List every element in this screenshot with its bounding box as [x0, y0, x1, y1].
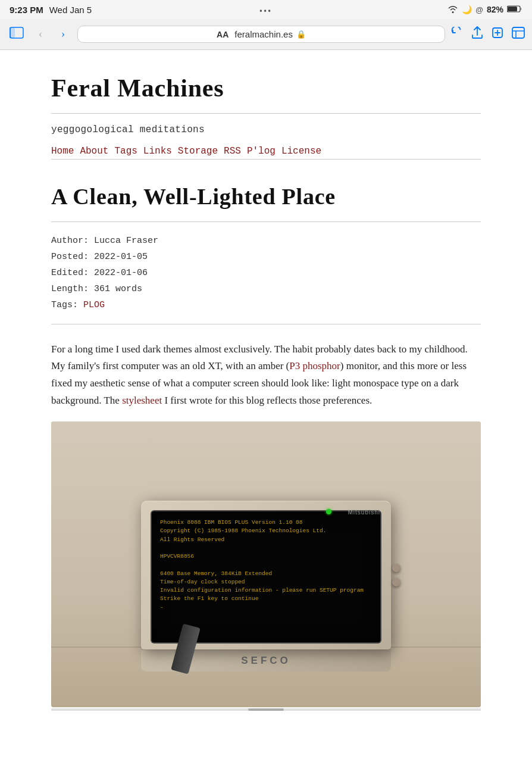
title-divider: [51, 113, 481, 114]
nav-rss[interactable]: RSS: [224, 146, 241, 157]
author-value: Lucca Fraser: [94, 236, 158, 246]
back-button[interactable]: ‹: [32, 28, 49, 40]
post-title-divider: [51, 221, 481, 222]
nav-plog[interactable]: P'log: [247, 146, 276, 157]
monitor-knob-2: [392, 578, 400, 586]
post-title: A Clean, Well-Lighted Place: [51, 183, 481, 211]
post-body: For a long time I used dark themes almos…: [51, 341, 481, 410]
post-posted: Posted: 2022-01-05: [51, 249, 481, 265]
status-time: 9:23 PM: [10, 5, 43, 15]
tabs-button[interactable]: [512, 27, 525, 42]
post-tags: Tags: PLOG: [51, 297, 481, 313]
body-text-end: I first wrote for this blog reflects tho…: [162, 395, 372, 406]
post-length: Length: 361 words: [51, 281, 481, 297]
nav-storage[interactable]: Storage: [178, 146, 218, 157]
location-icon: @: [475, 5, 483, 14]
post-image: Mitsubishi Phoenix 8088 IBM BIOS PLUS Ve…: [51, 421, 481, 707]
power-indicator: [326, 509, 331, 514]
aa-button[interactable]: AA: [217, 30, 229, 39]
share-button[interactable]: [471, 26, 483, 42]
url-text: feralmachin.es: [234, 29, 293, 39]
tags-label: Tags:: [51, 300, 78, 310]
browser-action-buttons: [451, 26, 525, 42]
sefco-label: SEFCO: [241, 655, 291, 666]
author-label: Author:: [51, 236, 89, 246]
sidebar-button[interactable]: [7, 27, 26, 42]
monitor-knob-1: [392, 564, 400, 572]
lock-icon: 🔒: [296, 30, 306, 39]
battery-icon: [507, 5, 522, 15]
length-value: 361 words: [94, 284, 142, 294]
reload-button[interactable]: [451, 27, 463, 42]
svg-rect-1: [508, 7, 517, 11]
page-content: Feral Machines yeggogological meditation…: [37, 50, 495, 747]
new-tab-button[interactable]: [492, 27, 503, 42]
forward-button[interactable]: ›: [55, 28, 71, 40]
edited-value: 2022-01-06: [94, 268, 148, 278]
scroll-thumb: [248, 708, 284, 711]
edited-label: Edited:: [51, 268, 89, 278]
svg-rect-3: [10, 27, 15, 38]
length-label: Length:: [51, 284, 89, 294]
site-title: Feral Machines: [51, 74, 481, 102]
wifi-icon: [447, 5, 458, 15]
nav-home[interactable]: Home: [51, 146, 74, 157]
status-bar: 9:23 PM Wed Jan 5 ••• 🌙 @ 82%: [0, 0, 532, 19]
moon-icon: 🌙: [462, 5, 472, 14]
p3-phosphor-link[interactable]: P3 phosphor: [289, 360, 340, 371]
site-nav: Home About Tags Links Storage RSS P'log …: [51, 146, 481, 157]
battery-percentage: 82%: [487, 5, 503, 14]
svg-rect-8: [512, 27, 524, 38]
post-author: Author: Lucca Fraser: [51, 233, 481, 249]
nav-divider: [51, 159, 481, 160]
post-meta: Author: Lucca Fraser Posted: 2022-01-05 …: [51, 233, 481, 313]
screen-text: Phoenix 8088 IBM BIOS PLUS Version 1.10 …: [160, 519, 372, 612]
nav-about[interactable]: About: [80, 146, 108, 157]
post-paragraph-1: For a long time I used dark themes almos…: [51, 341, 481, 410]
status-date: Wed Jan 5: [49, 5, 92, 15]
address-bar[interactable]: AA feralmachin.es 🔒: [77, 26, 445, 43]
nav-license[interactable]: License: [281, 146, 321, 157]
nav-tags[interactable]: Tags: [114, 146, 137, 157]
nav-links[interactable]: Links: [143, 146, 172, 157]
stylesheet-link[interactable]: stylesheet: [122, 395, 162, 406]
scroll-indicator: [51, 708, 481, 711]
meta-divider: [51, 324, 481, 324]
post-edited: Edited: 2022-01-06: [51, 265, 481, 281]
posted-label: Posted:: [51, 252, 89, 262]
monitor-brand: Mitsubishi: [348, 509, 380, 516]
tag-plog[interactable]: PLOG: [83, 300, 105, 310]
monitor-screen: Phoenix 8088 IBM BIOS PLUS Version 1.10 …: [152, 511, 380, 642]
posted-value: 2022-01-05: [94, 252, 148, 262]
site-subtitle: yeggogological meditations: [51, 124, 481, 135]
browser-dots: •••: [259, 7, 273, 15]
browser-chrome: ‹ › AA feralmachin.es 🔒: [0, 19, 532, 50]
